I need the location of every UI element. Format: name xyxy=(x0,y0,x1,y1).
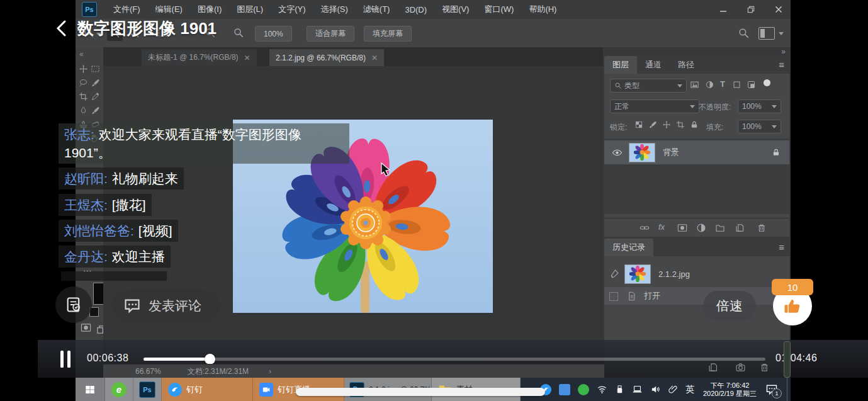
speed-button[interactable]: 倍速 xyxy=(703,291,756,321)
progress-track[interactable] xyxy=(144,358,765,361)
wifi-icon[interactable] xyxy=(597,384,607,395)
chat-username[interactable]: 张志: xyxy=(64,127,94,142)
menu-file[interactable]: 文件(F) xyxy=(106,4,148,15)
tab-history[interactable]: 历史记录 xyxy=(604,239,653,256)
filter-adjustment-layers-icon[interactable] xyxy=(705,80,714,89)
menu-select[interactable]: 选择(S) xyxy=(313,4,355,15)
chat-username[interactable]: 赵昕阳: xyxy=(64,171,108,186)
close-button[interactable] xyxy=(765,0,792,18)
eyedropper-tool-icon[interactable] xyxy=(91,92,100,101)
tab-close-icon[interactable]: ✕ xyxy=(244,54,251,62)
input-language-indicator[interactable]: 英 xyxy=(685,384,694,395)
taskbar-browser[interactable]: e xyxy=(105,378,133,401)
seek-pill-overlay[interactable] xyxy=(296,388,545,396)
volume-icon[interactable] xyxy=(650,384,661,395)
menu-filter[interactable]: 滤镜(T) xyxy=(356,4,398,15)
menu-edit[interactable]: 编辑(E) xyxy=(148,4,190,15)
tray-security-icon[interactable] xyxy=(578,384,589,395)
workspace-switcher-icon[interactable] xyxy=(758,27,775,40)
tab-212jpg[interactable]: 2.1.2.jpg @ 66.7%(RGB/8) ✕ xyxy=(269,49,384,66)
lasso-tool-icon[interactable] xyxy=(79,78,88,88)
restore-button[interactable] xyxy=(738,0,764,18)
lock-pixels-icon[interactable] xyxy=(648,120,657,129)
layer-visibility-eye-icon[interactable] xyxy=(612,147,623,158)
scrubby-zoom-icon[interactable] xyxy=(233,27,244,38)
notes-button[interactable] xyxy=(55,286,92,323)
pause-button[interactable] xyxy=(59,351,72,368)
menu-help[interactable]: 帮助(H) xyxy=(521,4,564,15)
start-button[interactable] xyxy=(76,378,105,401)
new-doc-from-state-icon[interactable] xyxy=(708,362,719,373)
panel-menu-icon[interactable]: ≡ xyxy=(779,59,784,70)
panel-scrollbar[interactable] xyxy=(784,341,791,378)
tab-paths[interactable]: 路径 xyxy=(670,56,702,74)
menu-3d[interactable]: 3D(D) xyxy=(397,5,434,14)
quick-mask-icon[interactable] xyxy=(81,322,91,333)
computer-icon[interactable] xyxy=(632,384,643,395)
tab-untitled[interactable]: 未标题-1 @ 16.7%(RGB/8) ✕ xyxy=(142,49,257,66)
workspace-caret-icon[interactable] xyxy=(779,32,784,35)
new-layer-icon[interactable] xyxy=(735,223,745,233)
taskbar-photoshop[interactable]: Ps xyxy=(133,378,162,401)
history-snapshot-row[interactable]: 2.1.2.jpg xyxy=(604,262,789,286)
notification-center-icon[interactable]: 1 xyxy=(765,383,778,396)
quick-select-tool-icon[interactable] xyxy=(91,78,100,88)
menu-type[interactable]: 文字(Y) xyxy=(271,4,313,15)
menu-view[interactable]: 视图(V) xyxy=(434,4,476,15)
menu-image[interactable]: 图像(I) xyxy=(190,4,229,15)
layer-group-icon[interactable] xyxy=(715,223,725,233)
history-brush-icon[interactable] xyxy=(609,269,619,279)
brush-tool-icon[interactable] xyxy=(91,106,100,115)
layer-effects-icon[interactable]: fx xyxy=(658,222,665,232)
adjustment-layer-icon[interactable] xyxy=(696,223,706,233)
tab-layers[interactable]: 图层 xyxy=(604,56,637,74)
tab-channels[interactable]: 通道 xyxy=(637,56,670,74)
history-step-open[interactable]: 打开 xyxy=(604,287,789,305)
delete-layer-icon[interactable] xyxy=(757,223,767,233)
marquee-tool-icon[interactable] xyxy=(91,64,100,74)
filter-pin-toggle[interactable] xyxy=(764,79,770,86)
history-snapshot-thumbnail[interactable] xyxy=(624,264,651,284)
lock-artboard-icon[interactable] xyxy=(676,120,685,129)
comment-button[interactable]: 发表评论 xyxy=(112,290,220,322)
filter-pixel-layers-icon[interactable] xyxy=(690,80,699,89)
taskbar-clock[interactable]: 下午 7:06:42 2020/2/19 星期三 xyxy=(703,381,757,398)
chat-username[interactable]: 刘恺怡爸爸: xyxy=(64,223,134,238)
show-desktop-sliver[interactable] xyxy=(787,378,791,401)
minimize-button[interactable] xyxy=(710,0,736,18)
layer-mask-icon[interactable] xyxy=(677,223,687,233)
history-source-checkbox[interactable] xyxy=(609,292,618,301)
delete-state-icon[interactable] xyxy=(759,362,770,373)
filter-smart-objects-icon[interactable] xyxy=(747,80,756,89)
back-button[interactable] xyxy=(54,20,69,37)
status-zoom-level[interactable]: 66.67% xyxy=(135,367,161,376)
layer-filter-dropdown[interactable]: 类型 xyxy=(610,79,687,93)
fit-screen-button[interactable]: 适合屏幕 xyxy=(307,26,354,42)
expand-panels-icon[interactable]: » xyxy=(781,47,786,56)
filter-shape-layers-icon[interactable] xyxy=(732,80,741,89)
chat-username[interactable]: 王煜杰: xyxy=(64,198,108,212)
link-layers-icon[interactable] xyxy=(640,223,650,233)
opacity-dropdown[interactable]: 100% xyxy=(738,99,781,113)
collapse-toolbar-icon[interactable]: « xyxy=(76,47,103,60)
new-snapshot-camera-icon[interactable] xyxy=(735,362,746,373)
menu-window[interactable]: 窗口(W) xyxy=(476,4,521,15)
heal-tool-icon[interactable] xyxy=(79,106,88,115)
filter-type-layers-icon[interactable]: T xyxy=(720,79,725,89)
taskbar-dingtalk[interactable]: 钉钉 xyxy=(162,378,253,401)
tab-close-icon[interactable]: ✕ xyxy=(371,54,378,62)
history-menu-icon[interactable]: ≡ xyxy=(779,242,784,252)
move-tool-icon[interactable] xyxy=(79,64,88,74)
fill-screen-button[interactable]: 填充屏幕 xyxy=(364,26,412,42)
crop-tool-icon[interactable] xyxy=(79,92,88,101)
status-expand-icon[interactable]: › xyxy=(269,367,271,376)
usb-icon[interactable] xyxy=(615,385,624,394)
blend-mode-dropdown[interactable]: 正常 xyxy=(610,99,699,113)
chat-username[interactable]: 金丹达: xyxy=(64,249,108,264)
tray-app-icon[interactable] xyxy=(559,384,570,395)
fill-dropdown[interactable]: 100% xyxy=(738,120,781,133)
lock-transparency-icon[interactable] xyxy=(634,120,643,129)
layer-row-background[interactable]: 背景 xyxy=(604,140,789,164)
link-icon[interactable] xyxy=(668,385,678,394)
lock-position-icon[interactable] xyxy=(662,120,671,129)
